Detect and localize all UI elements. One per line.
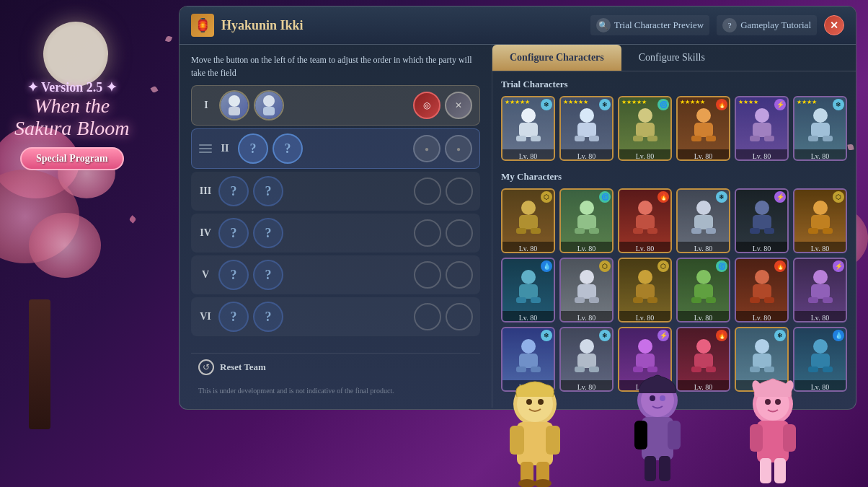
svg-rect-65 (694, 284, 713, 299)
chars-content: Trial Characters ★★★★★ ❄ Lv. 80 (492, 71, 856, 408)
my-char-level-8: Lv. 80 (561, 311, 612, 323)
my-char-level-2: Lv. 80 (561, 242, 612, 253)
char-slot-IV-1[interactable]: ? (218, 218, 249, 248)
svg-rect-70 (750, 297, 760, 303)
trial-char-2[interactable]: ★★★★★ ❄ Lv. 80 (559, 96, 614, 161)
skill-slot-I-1[interactable]: ◎ (413, 92, 440, 119)
svg-rect-18 (691, 136, 701, 141)
row-number-I: I (199, 100, 213, 111)
panel-icon: 🏮 (191, 14, 214, 37)
my-elem-3: 🔥 (657, 191, 669, 203)
my-char-16[interactable]: 🔥 Lv. 80 (676, 327, 730, 392)
my-char-level-12: Lv. 80 (794, 311, 846, 323)
my-char-level-11: Lv. 80 (736, 311, 787, 323)
svg-point-76 (521, 339, 536, 354)
char-slot-III-2[interactable]: ? (253, 176, 283, 206)
skill-slot-IV-1[interactable] (414, 219, 441, 247)
my-char-5[interactable]: ⚡ Lv. 80 (735, 188, 789, 253)
skill-slot-VI-1[interactable] (414, 303, 441, 330)
close-button[interactable]: ✕ (824, 15, 844, 35)
skill-slot-VI-2[interactable] (446, 303, 473, 330)
my-char-4[interactable]: ❄ Lv. 80 (676, 188, 730, 253)
skill-slot-III-2[interactable] (446, 177, 473, 205)
char-slots-VI: ? ? (218, 302, 408, 332)
skill-slot-V-2[interactable] (446, 261, 473, 289)
special-program-button[interactable]: Special Program (20, 147, 124, 170)
skill-slot-V-1[interactable] (414, 261, 441, 289)
char-slot-II-2[interactable]: ? (273, 133, 303, 164)
skill-slot-I-2[interactable]: ✕ (445, 92, 472, 119)
trial-char-level-2: Lv. 80 (561, 149, 612, 161)
svg-rect-63 (647, 297, 657, 303)
skill-slot-II-2[interactable]: ● (445, 135, 472, 162)
svg-point-44 (755, 201, 769, 215)
my-char-9[interactable]: ⬡ Lv. 80 (618, 258, 672, 323)
drag-handle-II[interactable] (199, 142, 212, 155)
char-slot-VI-1[interactable]: ? (218, 302, 249, 332)
my-char-level-14: Lv. 80 (561, 380, 612, 392)
my-char-13[interactable]: ❄ Lv. 80 (501, 327, 555, 392)
svg-rect-83 (589, 367, 599, 372)
char-slot-I-1[interactable] (219, 90, 249, 120)
my-char-8[interactable]: ⬡ Lv. 80 (559, 258, 614, 323)
skill-slot-II-1[interactable]: ● (413, 135, 440, 162)
svg-point-20 (755, 108, 769, 123)
gameplay-tutorial-button[interactable]: ? Gameplay Tutorial (717, 15, 817, 35)
tab-configure-characters[interactable]: Configure Characters (492, 45, 621, 71)
my-char-17[interactable]: ❄ Lv. 80 (735, 327, 789, 392)
svg-point-64 (696, 270, 711, 284)
tab-configure-skills[interactable]: Configure Skills (621, 45, 722, 71)
my-elem-9: ⬡ (657, 260, 669, 272)
team-row-VI: VI ? ? (191, 297, 480, 336)
svg-point-80 (580, 339, 594, 354)
my-char-1[interactable]: ⬡ Lv. 80 (501, 188, 555, 253)
svg-rect-47 (764, 228, 774, 234)
svg-rect-35 (589, 228, 599, 234)
trial-char-5[interactable]: ★★★★ ⚡ Lv. 80 (735, 96, 789, 161)
reset-team-button[interactable]: Reset Team (220, 361, 266, 373)
svg-rect-97 (811, 354, 830, 368)
element-badge-2: ❄ (599, 99, 611, 110)
trial-char-6[interactable]: ★★★★ ❄ Lv. 80 (793, 96, 847, 161)
my-char-3[interactable]: 🔥 Lv. 80 (618, 188, 672, 253)
row-number-III: III (198, 185, 213, 197)
char-slot-I-2[interactable] (254, 90, 284, 120)
my-char-6[interactable]: ⬡ Lv. 80 (793, 188, 847, 253)
char-slot-V-2[interactable]: ? (253, 260, 283, 290)
element-badge-6: ❄ (833, 99, 844, 110)
trial-char-1[interactable]: ★★★★★ ❄ Lv. 80 (501, 96, 555, 161)
my-char-2[interactable]: 🌀 Lv. 80 (559, 188, 614, 253)
skill-slot-III-1[interactable] (414, 177, 441, 205)
char-slots-V: ? ? (218, 260, 408, 290)
svg-rect-85 (636, 354, 655, 368)
svg-rect-19 (706, 136, 716, 141)
my-char-18[interactable]: 💧 Lv. 80 (793, 327, 847, 392)
my-char-11[interactable]: 🔥 Lv. 80 (735, 258, 789, 323)
my-elem-14: ❄ (599, 330, 611, 341)
my-char-10[interactable]: 🌀 Lv. 80 (676, 258, 730, 323)
question-mark-II-2: ? (285, 141, 291, 157)
char-slot-III-1[interactable]: ? (218, 176, 249, 206)
my-char-12[interactable]: ⚡ Lv. 80 (793, 258, 847, 323)
trial-preview-button[interactable]: 🔍 Trial Character Preview (590, 15, 709, 35)
char-slot-II-1[interactable]: ? (238, 133, 268, 164)
skill-slot-IV-2[interactable] (446, 219, 473, 247)
svg-rect-37 (636, 215, 655, 229)
my-char-level-9: Lv. 80 (619, 311, 670, 323)
my-elem-13: ❄ (541, 330, 552, 341)
reset-icon: ↺ (198, 359, 214, 375)
my-char-14[interactable]: ❄ Lv. 80 (559, 327, 614, 392)
svg-rect-13 (636, 123, 655, 137)
svg-rect-93 (753, 354, 771, 368)
svg-rect-27 (823, 136, 833, 141)
my-char-15[interactable]: ⚡ Lv. 80 (618, 327, 672, 392)
my-elem-7: 💧 (541, 260, 552, 272)
svg-rect-98 (808, 367, 818, 372)
question-mark-V-1: ? (231, 268, 237, 283)
char-slot-IV-2[interactable]: ? (253, 218, 283, 248)
char-slot-VI-2[interactable]: ? (253, 302, 283, 332)
trial-char-4[interactable]: ★★★★★ 🔥 Lv. 80 (676, 96, 730, 161)
char-slot-V-1[interactable]: ? (218, 260, 249, 290)
trial-char-3[interactable]: ★★★★★ 🌀 Lv. 80 (618, 96, 672, 161)
my-char-7[interactable]: 💧 Lv. 80 (501, 258, 555, 323)
